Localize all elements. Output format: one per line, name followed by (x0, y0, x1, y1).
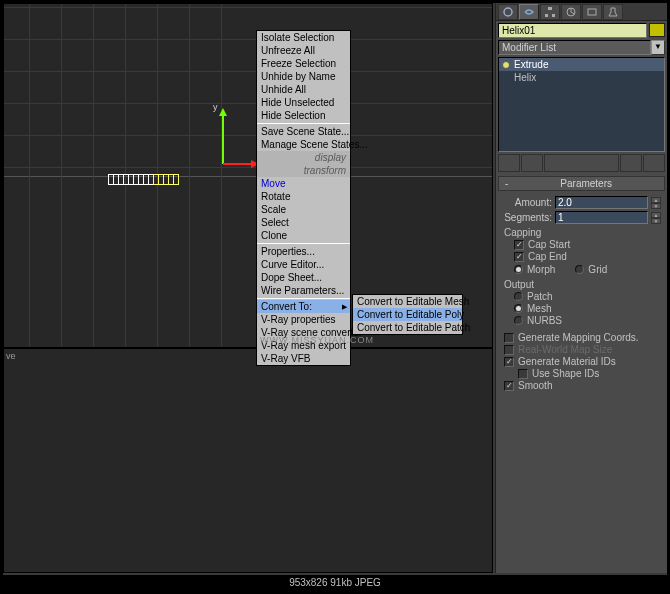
tab-modify[interactable] (519, 4, 539, 20)
mesh-label: Mesh (527, 303, 551, 314)
menu-move[interactable]: Move (257, 177, 350, 190)
axis-x-icon (223, 163, 253, 165)
gen-mapping-checkbox[interactable] (504, 333, 514, 343)
bulb-icon[interactable] (502, 61, 510, 69)
tab-utilities[interactable] (603, 4, 623, 20)
svg-rect-5 (588, 9, 596, 15)
viewport-perspective[interactable]: ve y x z (3, 348, 493, 573)
cap-end-label: Cap End (528, 251, 567, 262)
panel-main-tabs (496, 3, 667, 21)
menu-unhide-by-name[interactable]: Unhide by Name (257, 70, 350, 83)
menu-curve-editor[interactable]: Curve Editor... (257, 258, 350, 271)
smooth-checkbox[interactable] (504, 381, 514, 391)
tab-create[interactable] (498, 4, 518, 20)
image-footer: 953x826 91kb JPEG (3, 575, 667, 591)
morph-label: Morph (527, 264, 555, 275)
menu-manage-scene-states[interactable]: Manage Scene States... (257, 138, 350, 151)
viewport-label: ve (6, 351, 16, 361)
remove-modifier-button[interactable] (620, 154, 642, 172)
cap-start-checkbox[interactable] (514, 240, 524, 250)
segments-label: Segments: (502, 212, 552, 223)
menu-properties[interactable]: Properties... (257, 245, 350, 258)
svg-rect-3 (552, 14, 555, 17)
mesh-radio[interactable] (514, 304, 523, 313)
menu-freeze-selection[interactable]: Freeze Selection (257, 57, 350, 70)
amount-label: Amount: (502, 197, 552, 208)
capping-group-label: Capping (504, 227, 661, 238)
axis-y-icon (222, 114, 224, 164)
menu-rotate[interactable]: Rotate (257, 190, 350, 203)
cap-start-label: Cap Start (528, 239, 570, 250)
segments-spinner[interactable]: 1 (555, 211, 648, 224)
modifier-stack[interactable]: Extrude Helix (498, 57, 665, 152)
configure-sets-button[interactable] (643, 154, 665, 172)
menu-hide-selection[interactable]: Hide Selection (257, 109, 350, 122)
menu-unfreeze-all[interactable]: Unfreeze All (257, 44, 350, 57)
menu-clone[interactable]: Clone (257, 229, 350, 242)
menu-vray-properties[interactable]: V-Ray properties (257, 313, 350, 326)
patch-label: Patch (527, 291, 553, 302)
object-name-field[interactable]: Helix01 (498, 23, 647, 38)
menu-convert-to[interactable]: Convert To: (257, 300, 350, 313)
grid-radio[interactable] (575, 265, 584, 274)
make-unique-button[interactable] (544, 154, 619, 172)
spinner-down-icon[interactable]: ▼ (651, 218, 661, 224)
menu-header-transform: transform (257, 164, 350, 177)
rollout-parameters-header[interactable]: -Parameters (498, 176, 665, 191)
svg-point-0 (504, 8, 512, 16)
show-end-result-button[interactable] (521, 154, 543, 172)
cap-end-checkbox[interactable] (514, 252, 524, 262)
modifier-list-dropdown[interactable]: Modifier List (498, 40, 651, 55)
object-color-swatch[interactable] (649, 23, 665, 37)
amount-spinner[interactable]: 2.0 (555, 196, 648, 209)
patch-radio[interactable] (514, 292, 523, 301)
stack-label: Helix (514, 72, 536, 83)
menu-select[interactable]: Select (257, 216, 350, 229)
submenu-editable-mesh[interactable]: Convert to Editable Mesh (353, 295, 462, 308)
use-shape-checkbox[interactable] (518, 369, 528, 379)
menu-scale[interactable]: Scale (257, 203, 350, 216)
svg-rect-1 (548, 7, 552, 10)
menu-header-display: display (257, 151, 350, 164)
menu-dope-sheet[interactable]: Dope Sheet... (257, 271, 350, 284)
tab-hierarchy[interactable] (540, 4, 560, 20)
viewport-area: y ve y x z Isolate Selection Unfreeze Al… (3, 3, 493, 573)
svg-rect-2 (545, 14, 548, 17)
modifier-list-arrow-icon[interactable]: ▼ (651, 40, 665, 55)
menu-wire-parameters[interactable]: Wire Parameters... (257, 284, 350, 297)
real-world-checkbox (504, 345, 514, 355)
rollout-parameters-body: Amount: 2.0 ▲▼ Segments: 1 ▲▼ Capping Ca… (498, 191, 665, 395)
stack-item-helix[interactable]: Helix (499, 71, 664, 84)
menu-isolate[interactable]: Isolate Selection (257, 31, 350, 44)
smooth-label: Smooth (518, 380, 552, 391)
gen-material-label: Generate Material IDs (518, 356, 616, 367)
menu-hide-unselected[interactable]: Hide Unselected (257, 96, 350, 109)
gen-material-checkbox[interactable] (504, 357, 514, 367)
use-shape-label: Use Shape IDs (532, 368, 599, 379)
menu-vray-vfb[interactable]: V-Ray VFB (257, 352, 350, 365)
command-panel: Helix01 Modifier List ▼ Extrude Helix -P… (495, 3, 667, 573)
real-world-label: Real-World Map Size (518, 344, 612, 355)
menu-save-scene-state[interactable]: Save Scene State... (257, 125, 350, 138)
submenu-editable-patch[interactable]: Convert to Editable Patch (353, 321, 462, 334)
axis-y-label: y (213, 102, 218, 112)
gen-mapping-label: Generate Mapping Coords. (518, 332, 639, 343)
helix-object[interactable] (109, 171, 204, 183)
stack-item-extrude[interactable]: Extrude (499, 58, 664, 71)
morph-radio[interactable] (514, 265, 523, 274)
output-group-label: Output (504, 279, 661, 290)
stack-label: Extrude (514, 59, 548, 70)
tab-display[interactable] (582, 4, 602, 20)
pin-stack-button[interactable] (498, 154, 520, 172)
submenu-editable-poly[interactable]: Convert to Editable Poly (353, 308, 462, 321)
watermark: WWW.MISSYUAN.COM (260, 335, 374, 345)
grid-label: Grid (588, 264, 607, 275)
tab-motion[interactable] (561, 4, 581, 20)
nurbs-label: NURBS (527, 315, 562, 326)
context-menu: Isolate Selection Unfreeze All Freeze Se… (256, 30, 351, 366)
nurbs-radio[interactable] (514, 316, 523, 325)
spinner-down-icon[interactable]: ▼ (651, 203, 661, 209)
convert-submenu: Convert to Editable Mesh Convert to Edit… (352, 294, 463, 335)
menu-unhide-all[interactable]: Unhide All (257, 83, 350, 96)
